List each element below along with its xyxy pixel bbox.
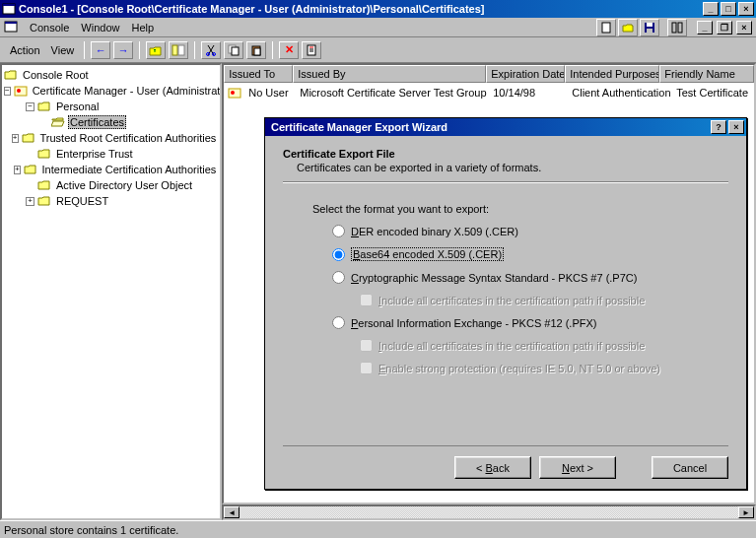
expand-icon[interactable]: + [14,166,21,174]
svg-point-12 [207,52,210,55]
svg-rect-4 [602,23,610,33]
radio-der[interactable]: DER encoded binary X.509 (.CER) [332,225,728,237]
scroll-left-icon[interactable]: ◄ [224,506,240,518]
separator [194,41,195,59]
dialog-heading: Certificate Export File [283,148,728,160]
delete-icon[interactable]: ✕ [279,41,299,59]
menubar: Console Window Help _ ❐ × [0,18,756,37]
back-icon[interactable]: ← [91,41,110,59]
help-button[interactable]: ? [711,120,726,134]
radio-pkcs7-input[interactable] [332,271,345,284]
check-include-pfx: Include all certificates in the certific… [360,339,728,352]
toolbar: Action View ← → ✕ [0,37,756,63]
menu-console[interactable]: Console [24,20,75,35]
folder-icon [37,148,51,160]
folder-icon [22,132,35,144]
radio-base64[interactable]: Base64 encoded X.509 (.CER) [332,247,728,261]
dialog-close-button[interactable]: × [728,120,744,134]
collapse-icon[interactable]: − [4,87,11,96]
horizontal-scrollbar[interactable]: ◄ ► [222,504,756,520]
layout-icon[interactable] [667,19,687,36]
action-menu[interactable]: Action [6,44,44,56]
svg-rect-11 [178,45,184,55]
menu-window[interactable]: Window [75,20,125,35]
tree-cert-mgr[interactable]: − Certificate Manager - User (Administra… [4,83,218,99]
console-root-icon [4,69,18,81]
expand-icon[interactable]: + [26,197,34,206]
check-include-p7c-input [360,294,373,306]
svg-point-13 [213,52,216,55]
collapse-icon[interactable]: − [26,102,34,111]
col-issued-to[interactable]: Issued To [224,65,293,83]
up-folder-icon[interactable] [146,41,166,59]
tree-certificates[interactable]: Certificates [4,114,218,130]
svg-point-23 [17,89,21,93]
tree-root[interactable]: Console Root [4,67,218,83]
radio-pfx[interactable]: Personal Information Exchange - PKCS #12… [332,316,728,329]
minimize-button[interactable]: _ [703,2,719,16]
tree-ad-user[interactable]: Active Directory User Object [4,177,218,193]
tree-enterprise-trust[interactable]: Enterprise Trust [4,146,218,162]
copy-icon[interactable] [224,41,243,59]
window-title: Console1 - [Console Root\Certificate Man… [19,3,701,15]
divider [283,181,728,183]
back-button[interactable]: < Back [454,456,531,479]
folder-icon [37,195,51,207]
properties-icon[interactable] [302,41,321,59]
col-expiration[interactable]: Expiration Date [486,65,565,83]
folder-open-icon [51,116,65,128]
forward-icon[interactable]: → [113,41,133,59]
folder-icon [24,164,37,175]
radio-base64-input[interactable] [332,248,345,261]
list-item[interactable]: No User Microsoft Certificate Server Tes… [226,85,752,101]
mdi-restore-button[interactable]: ❐ [717,21,732,34]
folder-icon [37,101,51,112]
separator [84,41,85,59]
new-icon[interactable] [596,19,616,36]
tree-personal[interactable]: − Personal [4,99,218,114]
close-button[interactable]: × [738,2,754,16]
svg-rect-24 [229,89,241,98]
tree-request[interactable]: + REQUEST [4,193,218,209]
view-menu[interactable]: View [47,44,79,56]
svg-rect-22 [15,87,27,96]
radio-pfx-input[interactable] [332,316,345,329]
dialog-prompt: Select the format you want to export: [312,203,728,215]
svg-point-25 [231,91,235,95]
radio-pkcs7[interactable]: Cryptographic Message Syntax Standard - … [332,271,728,284]
mdi-minimize-button[interactable]: _ [697,21,713,34]
paste-icon[interactable] [246,41,266,59]
check-strong-protection: Enable strong protection (requires IE 5.… [360,362,728,374]
col-issued-by[interactable]: Issued By [293,65,486,83]
scroll-right-icon[interactable]: ► [738,506,754,518]
svg-rect-8 [672,23,676,33]
radio-der-input[interactable] [332,225,345,237]
mdi-close-button[interactable]: × [736,21,752,34]
col-purposes[interactable]: Intended Purposes [565,65,659,83]
separator [139,41,140,59]
tree-trusted-root[interactable]: + Trusted Root Certification Authorities [4,130,218,146]
mdi-icon[interactable] [4,20,20,35]
dialog-buttons: < Back Next > Cancel [283,445,728,479]
tree-intermediate[interactable]: + Intermediate Certification Authorities [4,162,218,177]
status-text: Personal store contains 1 certificate. [4,524,178,536]
scroll-track[interactable] [240,506,738,518]
show-hide-tree-icon[interactable] [169,41,188,59]
list-header: Issued To Issued By Expiration Date Inte… [222,63,756,83]
menu-help[interactable]: Help [125,20,160,35]
separator [272,41,273,59]
tree-panel[interactable]: Console Root − Certificate Manager - Use… [0,63,222,520]
check-include-p7c: Include all certificates in the certific… [360,294,728,306]
save-icon[interactable] [640,19,659,36]
col-friendly[interactable]: Friendly Name [659,65,754,83]
svg-rect-3 [5,22,17,24]
expand-icon[interactable]: + [12,134,19,143]
svg-rect-17 [254,48,260,55]
cancel-button[interactable]: Cancel [652,456,728,479]
cut-icon[interactable] [201,41,221,59]
cert-icon [228,87,241,99]
maximize-button[interactable]: □ [721,2,736,16]
open-icon[interactable] [618,19,638,36]
next-button[interactable]: Next > [539,456,616,479]
export-wizard-dialog: Certificate Manager Export Wizard ? × Ce… [264,117,747,490]
